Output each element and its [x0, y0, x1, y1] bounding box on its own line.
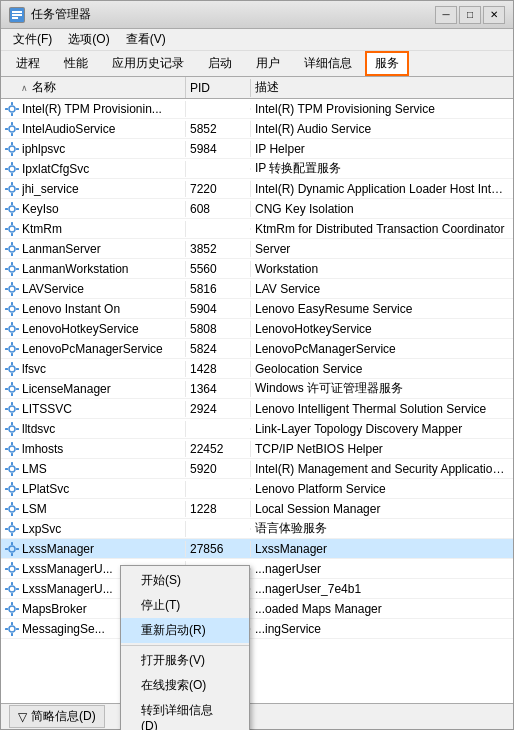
svg-point-24	[9, 186, 15, 192]
col-header-desc[interactable]: 描述	[251, 77, 513, 98]
services-table[interactable]: Intel(R) TPM Provisionin...Intel(R) TPM …	[1, 99, 513, 703]
tab-startup[interactable]: 启动	[197, 51, 243, 76]
menu-file[interactable]: 文件(F)	[5, 29, 60, 50]
svg-rect-112	[5, 528, 8, 530]
table-row[interactable]: LxssManagerU......nagerUser	[1, 559, 513, 579]
table-row[interactable]: KtmRmKtmRm for Distributed Transaction C…	[1, 219, 513, 239]
svg-rect-71	[11, 373, 13, 376]
cell-desc: Windows 许可证管理器服务	[251, 379, 513, 398]
brief-info-button[interactable]: ▽ 简略信息(D)	[9, 705, 105, 728]
table-row[interactable]: LPlatSvcLenovo Platform Service	[1, 479, 513, 499]
cell-pid	[186, 528, 251, 530]
table-row[interactable]: Lenovo Instant On5904Lenovo EasyResume S…	[1, 299, 513, 319]
table-row[interactable]: IpxlatCfgSvcIP 转换配置服务	[1, 159, 513, 179]
table-row[interactable]: LxssManager27856LxssManager	[1, 539, 513, 559]
cell-desc: CNG Key Isolation	[251, 201, 513, 217]
svg-point-104	[9, 506, 15, 512]
tab-performance[interactable]: 性能	[53, 51, 99, 76]
table-row[interactable]: IntelAudioService5852Intel(R) Audio Serv…	[1, 119, 513, 139]
svg-rect-32	[5, 208, 8, 210]
context-menu-item[interactable]: 转到详细信息(D)	[121, 698, 249, 730]
tab-process[interactable]: 进程	[5, 51, 51, 76]
table-row[interactable]: lmhosts22452TCP/IP NetBIOS Helper	[1, 439, 513, 459]
service-icon	[5, 142, 19, 156]
table-row[interactable]: LenovoHotkeyService5808LenovoHotkeyServi…	[1, 319, 513, 339]
svg-rect-45	[11, 262, 13, 265]
cell-desc: Geolocation Service	[251, 361, 513, 377]
context-menu-item[interactable]: 重新启动(R)	[121, 618, 249, 643]
svg-rect-130	[11, 602, 13, 605]
context-menu-item[interactable]: 打开服务(V)	[121, 648, 249, 673]
table-row[interactable]: MapsBroker...oaded Maps Manager	[1, 599, 513, 619]
tab-services[interactable]: 服务	[365, 51, 409, 76]
table-row[interactable]: LanmanServer3852Server	[1, 239, 513, 259]
maximize-button[interactable]: □	[459, 6, 481, 24]
table-row[interactable]: LicenseManager1364Windows 许可证管理器服务	[1, 379, 513, 399]
context-menu-separator	[121, 645, 249, 646]
svg-rect-115	[11, 542, 13, 545]
tab-users[interactable]: 用户	[245, 51, 291, 76]
svg-rect-110	[11, 522, 13, 525]
service-icon	[5, 362, 19, 376]
svg-rect-18	[16, 148, 19, 150]
cell-desc: ...ingService	[251, 621, 513, 637]
context-menu-item[interactable]: 在线搜索(O)	[121, 673, 249, 698]
table-row[interactable]: KeyIso608CNG Key Isolation	[1, 199, 513, 219]
service-icon	[5, 322, 19, 336]
svg-rect-87	[5, 428, 8, 430]
svg-rect-83	[16, 408, 19, 410]
svg-rect-58	[16, 308, 19, 310]
table-row[interactable]: LenovoPcManagerService5824LenovoPcManage…	[1, 339, 513, 359]
table-row[interactable]: LAVService5816LAV Service	[1, 279, 513, 299]
svg-rect-136	[11, 633, 13, 636]
table-row[interactable]: LxpSvc语言体验服务	[1, 519, 513, 539]
service-icon	[5, 162, 19, 176]
cell-service-name: jhi_service	[1, 181, 186, 197]
tab-details[interactable]: 详细信息	[293, 51, 363, 76]
menu-options[interactable]: 选项(O)	[60, 29, 117, 50]
cell-pid: 2924	[186, 401, 251, 417]
table-row[interactable]: iphlpsvc5984IP Helper	[1, 139, 513, 159]
table-row[interactable]: lltdsvcLink-Layer Topology Discovery Map…	[1, 419, 513, 439]
svg-rect-23	[16, 168, 19, 170]
menu-view[interactable]: 查看(V)	[118, 29, 174, 50]
context-menu-item[interactable]: 停止(T)	[121, 593, 249, 618]
cell-service-name: lmhosts	[1, 441, 186, 457]
tab-app-history[interactable]: 应用历史记录	[101, 51, 195, 76]
chevron-down-icon: ▽	[18, 710, 27, 724]
svg-rect-2	[12, 14, 22, 16]
svg-rect-128	[16, 588, 19, 590]
svg-rect-48	[16, 268, 19, 270]
svg-rect-120	[11, 562, 13, 565]
svg-rect-25	[11, 182, 13, 185]
cell-desc: ...nagerUser	[251, 561, 513, 577]
service-icon	[5, 222, 19, 236]
table-row[interactable]: LMS5920Intel(R) Management and Security …	[1, 459, 513, 479]
cell-service-name: IntelAudioService	[1, 121, 186, 137]
col-header-pid[interactable]: PID	[186, 79, 251, 97]
close-button[interactable]: ✕	[483, 6, 505, 24]
table-row[interactable]: lfsvc1428Geolocation Service	[1, 359, 513, 379]
svg-rect-111	[11, 533, 13, 536]
col-header-name[interactable]: ∧ 名称	[1, 77, 186, 98]
service-icon	[5, 102, 19, 116]
table-row[interactable]: jhi_service7220Intel(R) Dynamic Applicat…	[1, 179, 513, 199]
svg-rect-63	[16, 328, 19, 330]
minimize-button[interactable]: ─	[435, 6, 457, 24]
svg-rect-126	[11, 593, 13, 596]
service-icon	[5, 262, 19, 276]
svg-rect-121	[11, 573, 13, 576]
table-row[interactable]: Intel(R) TPM Provisionin...Intel(R) TPM …	[1, 99, 513, 119]
table-row[interactable]: MessagingSe......ingService	[1, 619, 513, 639]
svg-rect-22	[5, 168, 8, 170]
column-headers: ∧ 名称 PID 描述	[1, 77, 513, 99]
table-row[interactable]: LSM1228Local Session Manager	[1, 499, 513, 519]
table-row[interactable]: LxssManagerU......nagerUser_7e4b1	[1, 579, 513, 599]
context-menu-item[interactable]: 开始(S)	[121, 568, 249, 593]
svg-point-59	[9, 326, 15, 332]
table-row[interactable]: LanmanWorkstation5560Workstation	[1, 259, 513, 279]
cell-desc: Intel(R) Dynamic Application Loader Host…	[251, 181, 513, 197]
svg-rect-20	[11, 162, 13, 165]
svg-rect-1	[12, 11, 22, 13]
table-row[interactable]: LITSSVC2924Lenovo Intelligent Thermal So…	[1, 399, 513, 419]
